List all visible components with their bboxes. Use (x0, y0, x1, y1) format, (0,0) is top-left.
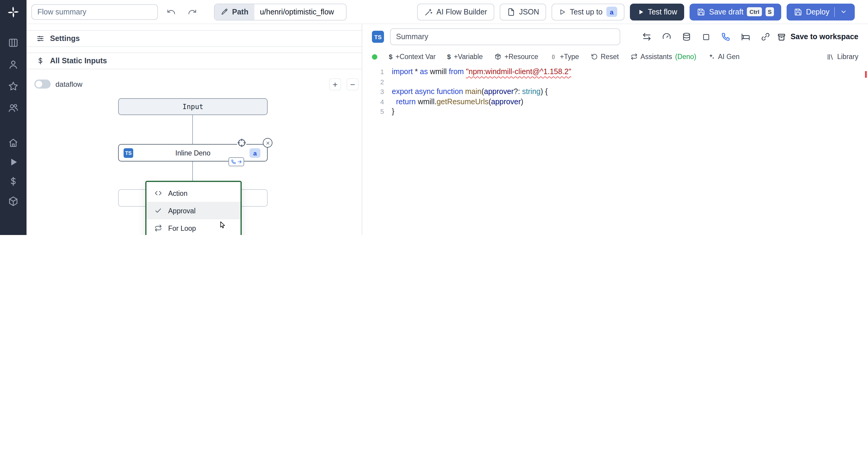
delete-node-button[interactable] (263, 138, 273, 148)
code-line: 4 return wmill.getResumeUrls(approver) (362, 97, 868, 107)
input-node[interactable]: Input (118, 98, 268, 115)
path-group: Path (214, 3, 347, 20)
sliders-icon (36, 34, 44, 43)
path-button[interactable]: Path (215, 4, 254, 20)
repeat-icon (154, 224, 162, 232)
undo-icon (166, 7, 176, 17)
user-icon[interactable] (8, 59, 19, 70)
json-button[interactable]: JSON (500, 3, 547, 20)
divider (834, 7, 835, 17)
windmill-flow-builder: Path AI Flow Builder JSON Test up to a T… (0, 0, 868, 235)
add-context-var-button[interactable]: $+Context Var (389, 53, 435, 60)
save-to-workspace-button[interactable]: Save to workspace (777, 32, 858, 41)
context-var-label: +Context Var (396, 53, 435, 60)
variables-icon[interactable] (8, 176, 19, 187)
braces-icon: {} (550, 53, 557, 60)
path-label: Path (232, 7, 248, 16)
check-icon (154, 207, 162, 215)
kbd-s: S (765, 7, 774, 16)
sparkles-icon (708, 53, 715, 60)
flow-graph-panel: Settings All Static Inputs dataflow + − … (27, 24, 362, 235)
path-input[interactable] (254, 4, 346, 20)
save-icon (697, 7, 706, 16)
ai-flow-builder-button[interactable]: AI Flow Builder (417, 3, 494, 20)
phone-icon (230, 159, 236, 164)
star-icon[interactable] (8, 81, 19, 92)
diff-icon[interactable] (642, 32, 652, 41)
editor-header: TS Save to workspace (362, 24, 868, 50)
deploy-button[interactable]: Deploy (786, 3, 855, 20)
pencil-icon (221, 8, 228, 15)
add-type-button[interactable]: {}+Type (550, 53, 579, 60)
menu-item-label: For Loop (168, 224, 196, 232)
file-icon (507, 7, 516, 16)
mouse-cursor (218, 221, 228, 230)
add-resource-button[interactable]: +Resource (494, 53, 538, 60)
all-static-inputs-button[interactable]: All Static Inputs (27, 53, 362, 69)
dollar-icon: $ (389, 53, 393, 60)
resources-icon[interactable] (8, 196, 19, 207)
deploy-label: Deploy (806, 7, 830, 16)
test-up-to-button[interactable]: Test up to a (552, 3, 624, 20)
step-summary-input[interactable] (390, 28, 620, 45)
test-up-to-label: Test up to (570, 7, 602, 16)
test-flow-button[interactable]: Test flow (629, 3, 684, 20)
assistants-lang: (Deno) (675, 53, 696, 60)
home-icon[interactable] (8, 137, 19, 148)
typescript-badge: TS (372, 31, 384, 43)
step-id-badge: a (250, 148, 260, 158)
kanban-icon[interactable] (8, 37, 19, 48)
windmill-logo[interactable] (7, 5, 20, 19)
zoom-in-button[interactable]: + (329, 78, 341, 90)
schedules-icon[interactable] (8, 234, 19, 235)
editor-toolbar: $+Context Var $+Variable +Resource {}+Ty… (362, 50, 868, 64)
flow-summary-input[interactable] (31, 4, 158, 20)
code-line: 3export async function main(approver?: s… (362, 87, 868, 97)
assistants-label: Assistants (641, 53, 672, 60)
code-lines: 1import * as wmill from "npm:windmill-cl… (362, 67, 868, 117)
runs-icon[interactable] (8, 157, 19, 167)
undo-button[interactable] (163, 4, 179, 20)
redo-button[interactable] (184, 4, 200, 20)
ai-gen-label: AI Gen (718, 53, 740, 60)
suspend-icon[interactable] (721, 32, 731, 41)
error-ruler-mark (865, 71, 867, 78)
ai-gen-button[interactable]: AI Gen (708, 53, 740, 60)
step-node-label: Inline Deno (176, 149, 210, 156)
menu-item-action[interactable]: Action (147, 184, 241, 202)
svg-text:{}: {} (552, 54, 555, 59)
flow-settings-button[interactable]: Settings (27, 30, 362, 47)
reset-button[interactable]: Reset (590, 53, 619, 60)
redo-icon (187, 7, 197, 17)
move-node-icon[interactable] (237, 138, 247, 148)
deploy-icon (794, 7, 802, 16)
library-icon (827, 53, 834, 61)
early-stop-icon[interactable] (702, 32, 711, 41)
users-icon[interactable] (8, 102, 19, 113)
save-to-workspace-label: Save to workspace (790, 33, 858, 41)
variable-label: +Variable (454, 53, 483, 60)
assistants-icon (630, 53, 638, 60)
resource-label: +Resource (504, 53, 538, 60)
archive-icon (777, 32, 786, 41)
add-variable-button[interactable]: $+Variable (447, 53, 483, 60)
zoom-controls: + − (329, 78, 359, 90)
chevron-down-icon[interactable] (840, 8, 847, 15)
dataflow-toggle[interactable] (34, 80, 51, 89)
reset-icon (590, 53, 598, 60)
save-draft-button[interactable]: Save draft Ctrl S (690, 3, 781, 20)
shared-dir-icon[interactable] (761, 32, 770, 41)
sleep-icon[interactable] (741, 32, 750, 41)
zoom-out-button[interactable]: − (347, 78, 359, 90)
save-draft-label: Save draft (709, 7, 744, 16)
performance-icon[interactable] (662, 32, 672, 41)
menu-item-approval[interactable]: Approval (147, 202, 241, 219)
step-editor-panel: TS Save to workspace $+Context Var $+Var… (362, 24, 868, 235)
cache-icon[interactable] (682, 32, 691, 41)
sidebar (0, 0, 27, 235)
ai-flow-builder-label: AI Flow Builder (436, 7, 487, 16)
library-button[interactable]: Library (827, 53, 858, 61)
assistants-button[interactable]: Assistants(Deno) (630, 53, 696, 60)
menu-item-label: Action (168, 189, 187, 197)
code-editor[interactable]: 1import * as wmill from "npm:windmill-cl… (362, 64, 868, 235)
